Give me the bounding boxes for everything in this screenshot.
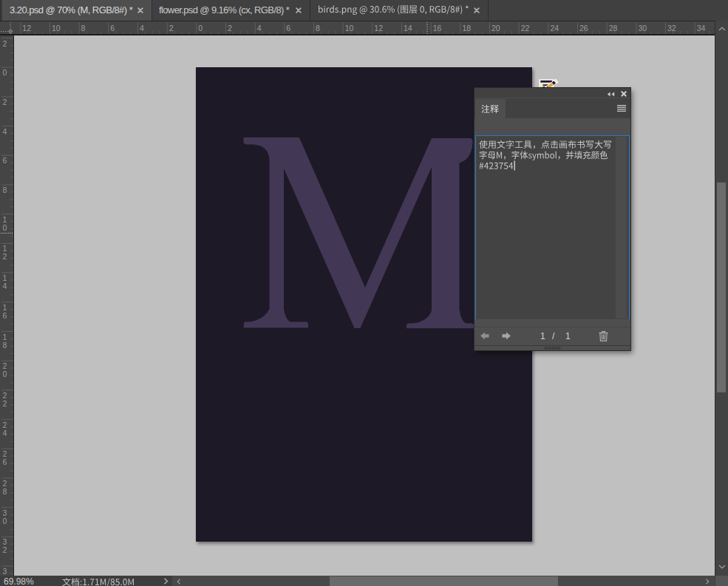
svg-text:0: 0 bbox=[3, 369, 7, 378]
svg-text:10: 10 bbox=[52, 24, 61, 33]
svg-text:6: 6 bbox=[3, 156, 7, 165]
svg-text:8: 8 bbox=[3, 341, 7, 350]
svg-text:12: 12 bbox=[374, 24, 383, 33]
svg-text:2: 2 bbox=[3, 399, 7, 408]
svg-text:32: 32 bbox=[667, 24, 676, 33]
svg-text:18: 18 bbox=[462, 24, 471, 33]
svg-text:0: 0 bbox=[198, 24, 203, 33]
svg-text:8: 8 bbox=[316, 24, 320, 33]
svg-text:0: 0 bbox=[3, 517, 7, 525]
svg-text:4: 4 bbox=[140, 24, 144, 33]
svg-text:16: 16 bbox=[433, 24, 442, 33]
svg-text:2: 2 bbox=[228, 24, 232, 33]
svg-text:6: 6 bbox=[286, 24, 290, 33]
svg-text:2: 2 bbox=[3, 252, 7, 261]
svg-text:0: 0 bbox=[3, 68, 7, 77]
svg-text:4: 4 bbox=[3, 127, 7, 136]
svg-text:14: 14 bbox=[404, 24, 412, 33]
svg-text:2: 2 bbox=[3, 39, 7, 48]
svg-text:28: 28 bbox=[609, 24, 618, 33]
svg-text:6: 6 bbox=[3, 311, 7, 320]
svg-text:8: 8 bbox=[3, 487, 7, 496]
svg-text:2: 2 bbox=[3, 545, 7, 554]
svg-text:34: 34 bbox=[697, 24, 706, 33]
svg-text:4: 4 bbox=[3, 429, 7, 437]
svg-text:6: 6 bbox=[3, 457, 7, 466]
svg-text:12: 12 bbox=[22, 24, 31, 33]
svg-text:22: 22 bbox=[521, 24, 530, 33]
svg-text:26: 26 bbox=[579, 24, 588, 33]
svg-text:10: 10 bbox=[345, 24, 354, 33]
svg-text:6: 6 bbox=[110, 24, 115, 33]
svg-text:2: 2 bbox=[169, 24, 174, 33]
svg-text:2: 2 bbox=[3, 98, 7, 106]
svg-text:20: 20 bbox=[491, 24, 500, 33]
svg-text:0: 0 bbox=[3, 223, 7, 232]
svg-text:24: 24 bbox=[550, 24, 559, 33]
svg-text:4: 4 bbox=[3, 282, 7, 290]
svg-text:4: 4 bbox=[257, 24, 262, 33]
svg-text:8: 8 bbox=[3, 185, 7, 194]
svg-text:30: 30 bbox=[638, 24, 647, 33]
svg-text:8: 8 bbox=[81, 24, 86, 33]
